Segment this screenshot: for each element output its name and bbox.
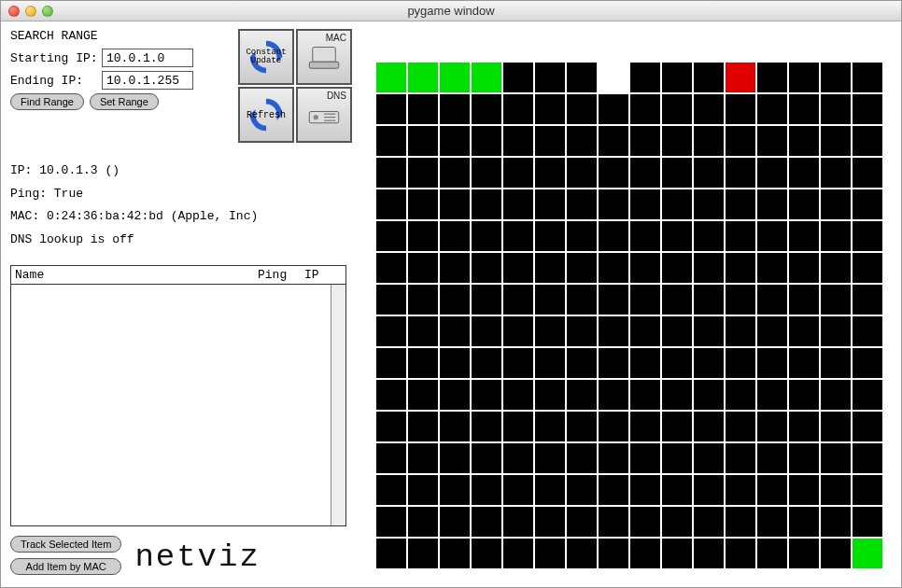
grid-cell[interactable] bbox=[472, 348, 501, 378]
grid-cell[interactable] bbox=[821, 507, 851, 537]
grid-cell[interactable] bbox=[662, 412, 692, 441]
grid-cell[interactable] bbox=[503, 253, 533, 283]
grid-cell[interactable] bbox=[789, 475, 819, 505]
grid-cell[interactable] bbox=[408, 221, 438, 251]
grid-cell[interactable] bbox=[408, 348, 438, 378]
grid-cell[interactable] bbox=[630, 316, 660, 346]
grid-cell[interactable] bbox=[662, 475, 692, 505]
grid-cell[interactable] bbox=[376, 539, 406, 568]
grid-cell[interactable] bbox=[821, 348, 851, 378]
grid-cell[interactable] bbox=[376, 475, 406, 505]
grid-cell[interactable] bbox=[630, 348, 660, 378]
grid-cell[interactable] bbox=[567, 539, 597, 568]
grid-cell[interactable] bbox=[376, 348, 406, 378]
grid-cell[interactable] bbox=[440, 63, 470, 92]
grid-cell[interactable] bbox=[662, 348, 692, 378]
grid-cell[interactable] bbox=[472, 475, 501, 505]
grid-cell[interactable] bbox=[853, 475, 882, 505]
grid-cell[interactable] bbox=[503, 158, 533, 188]
grid-cell[interactable] bbox=[853, 412, 882, 441]
grid-cell[interactable] bbox=[726, 475, 755, 505]
grid-cell[interactable] bbox=[567, 316, 597, 346]
grid-cell[interactable] bbox=[630, 189, 660, 219]
grid-cell[interactable] bbox=[630, 63, 660, 92]
grid-cell[interactable] bbox=[789, 63, 819, 92]
grid-cell[interactable] bbox=[503, 507, 533, 537]
grid-cell[interactable] bbox=[821, 380, 851, 410]
grid-cell[interactable] bbox=[408, 316, 438, 346]
grid-cell[interactable] bbox=[599, 253, 628, 283]
grid-cell[interactable] bbox=[726, 380, 755, 410]
grid-cell[interactable] bbox=[694, 285, 724, 315]
grid-cell[interactable] bbox=[694, 94, 724, 124]
grid-cell[interactable] bbox=[472, 507, 501, 537]
grid-cell[interactable] bbox=[789, 94, 819, 124]
grid-cell[interactable] bbox=[535, 285, 565, 315]
grid-cell[interactable] bbox=[694, 63, 724, 92]
grid-cell[interactable] bbox=[535, 158, 565, 188]
grid-cell[interactable] bbox=[821, 285, 851, 315]
grid-cell[interactable] bbox=[662, 126, 692, 156]
grid-cell[interactable] bbox=[408, 189, 438, 219]
grid-cell[interactable] bbox=[599, 63, 628, 92]
grid-cell[interactable] bbox=[567, 63, 597, 92]
grid-cell[interactable] bbox=[440, 443, 470, 473]
grid-cell[interactable] bbox=[408, 285, 438, 315]
grid-cell[interactable] bbox=[376, 221, 406, 251]
grid-cell[interactable] bbox=[630, 285, 660, 315]
grid-cell[interactable] bbox=[789, 443, 819, 473]
grid-cell[interactable] bbox=[567, 475, 597, 505]
grid-cell[interactable] bbox=[503, 380, 533, 410]
grid-cell[interactable] bbox=[757, 285, 787, 315]
grid-cell[interactable] bbox=[630, 443, 660, 473]
find-range-button[interactable]: Find Range bbox=[10, 93, 84, 110]
grid-cell[interactable] bbox=[694, 189, 724, 219]
grid-cell[interactable] bbox=[472, 158, 501, 188]
grid-cell[interactable] bbox=[630, 475, 660, 505]
grid-cell[interactable] bbox=[440, 507, 470, 537]
grid-cell[interactable] bbox=[694, 316, 724, 346]
grid-cell[interactable] bbox=[408, 253, 438, 283]
grid-cell[interactable] bbox=[694, 507, 724, 537]
grid-cell[interactable] bbox=[853, 221, 882, 251]
grid-cell[interactable] bbox=[757, 348, 787, 378]
grid-cell[interactable] bbox=[599, 158, 628, 188]
grid-cell[interactable] bbox=[472, 380, 501, 410]
grid-cell[interactable] bbox=[472, 285, 501, 315]
grid-cell[interactable] bbox=[821, 126, 851, 156]
grid-cell[interactable] bbox=[599, 507, 628, 537]
grid-cell[interactable] bbox=[408, 380, 438, 410]
grid-cell[interactable] bbox=[757, 126, 787, 156]
grid-cell[interactable] bbox=[503, 475, 533, 505]
grid-cell[interactable] bbox=[853, 189, 882, 219]
grid-cell[interactable] bbox=[376, 63, 406, 92]
grid-cell[interactable] bbox=[630, 507, 660, 537]
grid-cell[interactable] bbox=[535, 507, 565, 537]
grid-cell[interactable] bbox=[472, 412, 501, 441]
grid-cell[interactable] bbox=[821, 189, 851, 219]
grid-cell[interactable] bbox=[535, 539, 565, 568]
grid-cell[interactable] bbox=[567, 380, 597, 410]
grid-cell[interactable] bbox=[376, 380, 406, 410]
grid-cell[interactable] bbox=[503, 412, 533, 441]
grid-cell[interactable] bbox=[757, 475, 787, 505]
grid-cell[interactable] bbox=[694, 443, 724, 473]
grid-cell[interactable] bbox=[376, 507, 406, 537]
grid-cell[interactable] bbox=[440, 539, 470, 568]
grid-cell[interactable] bbox=[853, 63, 882, 92]
grid-cell[interactable] bbox=[853, 158, 882, 188]
ip-grid[interactable] bbox=[376, 63, 882, 568]
grid-cell[interactable] bbox=[503, 189, 533, 219]
grid-cell[interactable] bbox=[694, 475, 724, 505]
grid-cell[interactable] bbox=[599, 475, 628, 505]
add-by-mac-button[interactable]: Add Item by MAC bbox=[10, 558, 121, 575]
grid-cell[interactable] bbox=[376, 94, 406, 124]
grid-cell[interactable] bbox=[726, 189, 755, 219]
grid-cell[interactable] bbox=[726, 316, 755, 346]
grid-cell[interactable] bbox=[630, 253, 660, 283]
grid-cell[interactable] bbox=[662, 221, 692, 251]
grid-cell[interactable] bbox=[757, 507, 787, 537]
grid-cell[interactable] bbox=[599, 285, 628, 315]
grid-cell[interactable] bbox=[757, 253, 787, 283]
grid-cell[interactable] bbox=[853, 539, 882, 568]
